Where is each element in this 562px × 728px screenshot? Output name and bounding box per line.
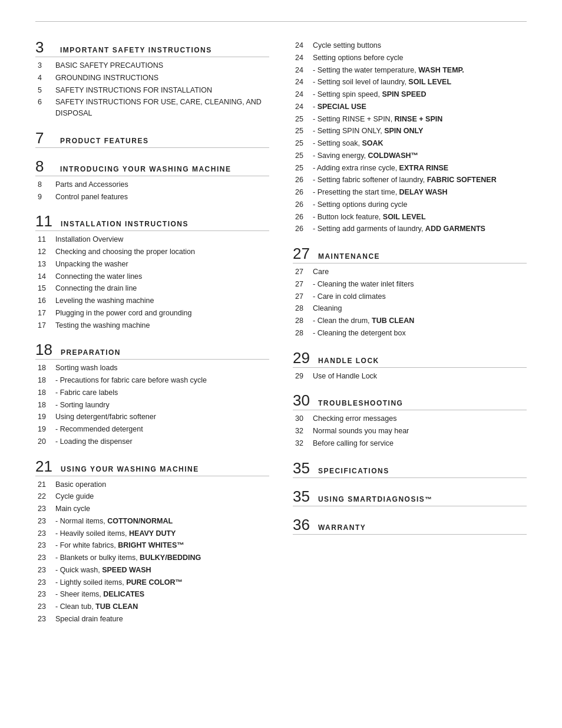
entry-page-number: 16 <box>38 295 49 307</box>
entry-page-number: 18 <box>38 387 49 398</box>
entry-page-number: 26 <box>295 223 307 235</box>
toc-entry: 27Care <box>293 266 527 278</box>
entry-text: - Heavily soiled items, HEAVY DUTY <box>55 528 176 539</box>
toc-entry: 23- Normal items, COTTON/NORMAL <box>35 515 269 528</box>
toc-entry: 17Plugging in the power cord and groundi… <box>35 307 269 319</box>
entry-text: - Care in cold climates <box>313 291 386 302</box>
entry-page-number: 25 <box>295 138 307 149</box>
entry-page-number: 15 <box>38 283 49 294</box>
entry-text: Using detergent/fabric softener <box>55 411 156 423</box>
entry-text: - Setting spin speed, SPIN SPEED <box>313 89 426 100</box>
entry-page-number: 19 <box>38 411 49 423</box>
toc-entry: 23- Lightly soiled items, PURE COLOR™ <box>35 577 269 589</box>
left-column: 3IMPORTANT SAFETY INSTRUCTIONS3BASIC SAF… <box>35 39 269 625</box>
entry-text: - Setting SPIN ONLY, SPIN ONLY <box>313 126 423 137</box>
entry-text: - Setting soil level of laundry, SOIL LE… <box>313 77 451 88</box>
toc-entry: 8Parts and Accessories <box>35 179 269 191</box>
entry-page-number: 26 <box>295 174 307 186</box>
toc-entry: 28- Clean the drum, TUB CLEAN <box>293 315 527 327</box>
toc-entry: 17Testing the washing machine <box>35 319 269 332</box>
entry-page-number: 24 <box>295 52 307 64</box>
toc-entry: 14Connecting the water lines <box>35 271 269 283</box>
toc-entry: 32Before calling for service <box>293 437 527 450</box>
toc-entry: 25- Setting RINSE + SPIN, RINSE + SPIN <box>293 113 527 126</box>
entry-page-number: 24 <box>295 101 307 113</box>
section-title: SPECIFICATIONS <box>318 466 389 476</box>
entry-page-number: 23 <box>38 577 49 588</box>
entry-text: Unpacking the washer <box>55 259 128 270</box>
entry-text: Setting options before cycle <box>313 52 404 64</box>
entry-text: - Setting soak, SOAK <box>313 138 384 149</box>
toc-entry: 23- Quick wash, SPEED WASH <box>35 564 269 577</box>
toc-entry: 19Using detergent/fabric softener <box>35 411 269 423</box>
section-header: 27MAINTENANCE <box>293 246 527 263</box>
entry-text: - Clean tub, TUB CLEAN <box>55 601 138 612</box>
entry-page-number: 23 <box>38 503 49 515</box>
entry-text: - Fabric care labels <box>55 387 118 398</box>
entry-page-number: 24 <box>295 65 307 76</box>
toc-entry: 22Cycle guide <box>35 490 269 503</box>
entry-text: Cycle guide <box>55 491 94 502</box>
entry-page-number: 3 <box>38 60 49 71</box>
toc-entry: 29Use of Handle Lock <box>293 370 527 383</box>
section-title: TROUBLESHOOTING <box>318 398 404 409</box>
toc-entry: 24- Setting soil level of laundry, SOIL … <box>293 76 527 88</box>
entry-page-number: 20 <box>38 436 49 447</box>
toc-entry: 25- Adding extra rinse cycle, EXTRA RINS… <box>293 162 527 174</box>
entry-text: - Recommended detergent <box>55 424 143 435</box>
toc-entry: 18- Sorting laundry <box>35 399 269 411</box>
entry-text: Installation Overview <box>55 234 123 245</box>
entry-page-number: 25 <box>295 126 307 137</box>
right-column: 24Cycle setting buttons24Setting options… <box>293 39 527 625</box>
entry-page-number: 25 <box>295 150 307 162</box>
entry-page-number: 24 <box>295 77 307 88</box>
entry-text: Connecting the water lines <box>55 271 142 282</box>
entry-text: - Sheer items, DELICATES <box>55 589 144 600</box>
entry-text: Testing the washing machine <box>55 320 150 331</box>
toc-entry: 18- Fabric care labels <box>35 387 269 399</box>
entry-text: Special drain feature <box>55 614 123 625</box>
toc-entry: 13Unpacking the washer <box>35 258 269 271</box>
entry-page-number: 32 <box>295 438 307 449</box>
section-header: 21USING YOUR WASHING MACHINE <box>35 459 269 476</box>
toc-entry: 23Special drain feature <box>35 613 269 625</box>
entry-page-number: 22 <box>38 491 49 502</box>
entry-text: SAFETY INSTRUCTIONS FOR INSTALLATION <box>55 85 212 96</box>
section-number: 11 <box>35 213 52 229</box>
entry-text: - Setting RINSE + SPIN, RINSE + SPIN <box>313 114 442 125</box>
entry-text: Cycle setting buttons <box>313 40 381 51</box>
entry-text: - Presetting the start time, DELAY WASH <box>313 187 448 198</box>
toc-entry: 12Checking and choosing the proper locat… <box>35 246 269 258</box>
entry-text: SAFETY INSTRUCTIONS FOR USE, CARE, CLEAN… <box>55 97 269 119</box>
entry-page-number: 28 <box>295 328 307 339</box>
entry-text: Control panel features <box>55 192 128 203</box>
entry-page-number: 23 <box>38 540 49 551</box>
entry-page-number: 19 <box>38 424 49 435</box>
toc-entry: 23- Clean tub, TUB CLEAN <box>35 601 269 613</box>
toc-entry: 15Connecting the drain line <box>35 282 269 295</box>
entry-page-number: 27 <box>295 279 307 290</box>
section-title: PRODUCT FEATURES <box>60 136 148 146</box>
toc-entry: 24Cycle setting buttons <box>293 39 527 52</box>
entry-page-number: 23 <box>38 552 49 564</box>
entry-page-number: 27 <box>295 291 307 302</box>
entry-page-number: 6 <box>38 97 49 108</box>
entry-page-number: 25 <box>295 163 307 174</box>
section-number: 8 <box>35 159 52 174</box>
entry-text: - Cleaning the detergent box <box>313 328 406 339</box>
entry-text: - For white fabrics, BRIGHT WHITES™ <box>55 540 184 551</box>
entry-page-number: 12 <box>38 246 49 258</box>
section-header: 8INTRODUCING YOUR WASHING MACHINE <box>35 159 269 176</box>
toc-entry: 24- Setting spin speed, SPIN SPEED <box>293 88 527 101</box>
toc-entry: 21Basic operation <box>35 479 269 491</box>
entry-page-number: 27 <box>295 266 307 278</box>
entry-page-number: 13 <box>38 259 49 270</box>
section-title: INTRODUCING YOUR WASHING MACHINE <box>60 164 231 174</box>
section-header: 35SPECIFICATIONS <box>293 460 527 478</box>
toc-entry: 5SAFETY INSTRUCTIONS FOR INSTALLATION <box>35 84 269 97</box>
section-number: 29 <box>293 350 310 365</box>
entry-text: Cleaning <box>313 303 342 314</box>
section-number: 3 <box>35 39 52 55</box>
entry-text: - Setting add garments of laundry, ADD G… <box>313 223 485 235</box>
toc-entry: 26- Button lock feature, SOIL LEVEL <box>293 211 527 223</box>
